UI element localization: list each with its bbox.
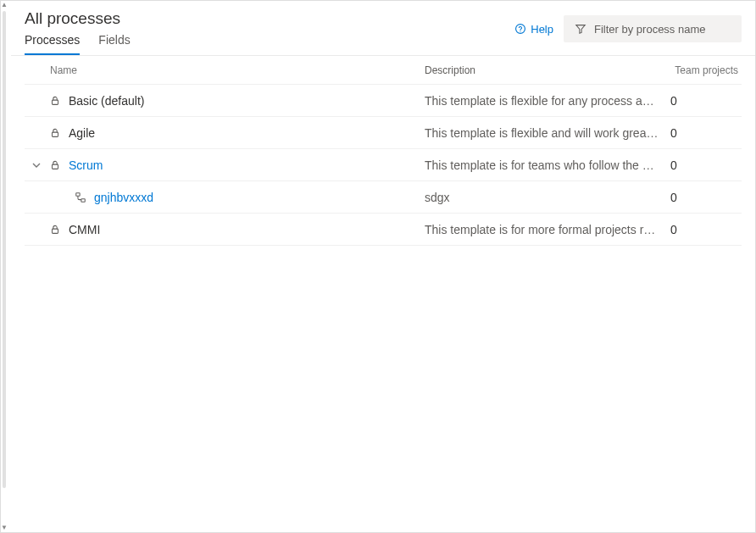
content: All processes Processes Fields Help	[11, 1, 755, 532]
svg-rect-5	[76, 192, 80, 196]
tab-fields[interactable]: Fields	[98, 33, 130, 55]
col-header-name[interactable]: Name	[48, 64, 425, 76]
header-left: All processes Processes Fields	[25, 9, 503, 55]
process-description: This template is for more formal project…	[425, 223, 670, 236]
app-frame: ▲ ▼ All processes Processes Fields	[0, 0, 756, 533]
chevron-down-icon[interactable]	[30, 158, 43, 172]
process-project-count: 0	[670, 191, 742, 204]
svg-rect-6	[81, 198, 85, 202]
scroll-up-hint: ▲	[1, 3, 6, 8]
process-project-count: 0	[670, 126, 742, 140]
inherited-process-icon	[74, 191, 87, 204]
table-header-row: Name Description Team projects	[25, 56, 742, 85]
process-description: This template is flexible and will work …	[425, 126, 670, 140]
lock-icon	[48, 158, 62, 172]
process-name-link[interactable]: gnjhbvxxxd	[94, 191, 153, 204]
table-row[interactable]: CMMI This template is for more formal pr…	[25, 214, 742, 246]
table-row[interactable]: Agile This template is flexible and will…	[25, 117, 742, 149]
help-label: Help	[531, 23, 553, 36]
filter-input[interactable]	[594, 23, 737, 36]
svg-rect-3	[53, 132, 58, 136]
page-title: All processes	[25, 9, 503, 28]
process-project-count: 0	[670, 158, 742, 172]
table-row[interactable]: gnjhbvxxxd sdgx 0	[25, 181, 742, 214]
svg-point-1	[520, 31, 521, 31]
process-project-count: 0	[670, 94, 742, 108]
svg-point-0	[516, 25, 525, 34]
col-header-description[interactable]: Description	[425, 64, 670, 76]
table-row[interactable]: Basic (default) This template is flexibl…	[25, 85, 742, 117]
process-table: Name Description Team projects Basic (de…	[11, 56, 755, 532]
svg-rect-7	[53, 229, 58, 233]
lock-icon	[48, 94, 62, 108]
process-description: sdgx	[425, 191, 670, 204]
col-header-team-projects[interactable]: Team projects	[670, 64, 742, 76]
scrollbar-track[interactable]	[3, 11, 6, 488]
header-actions: Help	[514, 15, 742, 49]
help-icon	[514, 22, 527, 36]
lock-icon	[48, 126, 62, 140]
svg-rect-2	[53, 100, 58, 104]
process-description: This template is for teams who follow th…	[425, 158, 670, 172]
process-name: Basic (default)	[69, 94, 144, 108]
process-name-link[interactable]: Scrum	[69, 158, 103, 172]
lock-icon	[48, 223, 62, 236]
process-project-count: 0	[670, 223, 742, 236]
header-bar: All processes Processes Fields Help	[11, 1, 755, 56]
filter-box[interactable]	[564, 15, 742, 42]
process-description: This template is flexible for any proces…	[425, 94, 670, 108]
table-row[interactable]: Scrum This template is for teams who fol…	[25, 149, 742, 181]
scroll-down-hint: ▼	[1, 525, 6, 530]
tab-processes[interactable]: Processes	[25, 33, 80, 55]
svg-rect-4	[53, 164, 58, 169]
process-name: Agile	[69, 126, 95, 140]
help-link[interactable]: Help	[514, 22, 553, 36]
filter-icon	[574, 22, 587, 36]
process-name: CMMI	[69, 223, 100, 236]
tabs: Processes Fields	[25, 33, 503, 55]
